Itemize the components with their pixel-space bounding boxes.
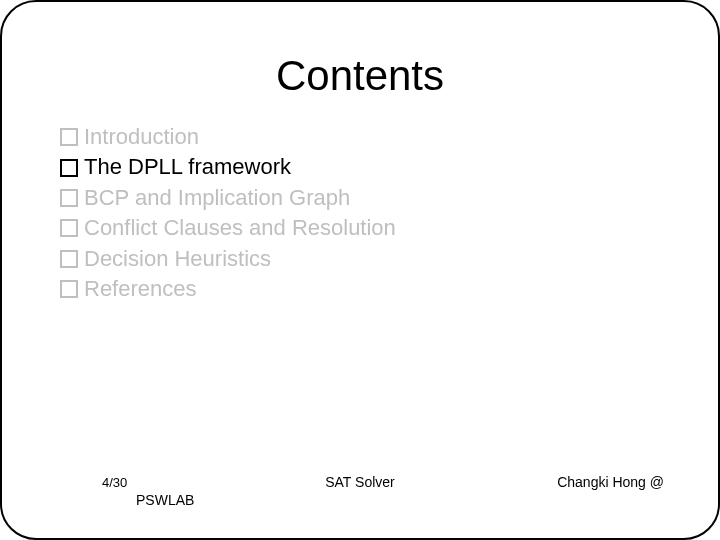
footer-author: Changki Hong @ [557, 474, 664, 490]
bullet-icon [60, 128, 78, 146]
contents-item: Introduction [60, 124, 668, 150]
contents-item: Conflict Clauses and Resolution [60, 215, 668, 241]
bullet-icon [60, 159, 78, 177]
bullet-icon [60, 250, 78, 268]
contents-list: IntroductionThe DPLL frameworkBCP and Im… [60, 124, 668, 302]
contents-item-label: The DPLL framework [84, 154, 291, 180]
contents-item-label: Conflict Clauses and Resolution [84, 215, 396, 241]
slide-title: Contents [52, 52, 668, 100]
bullet-icon [60, 280, 78, 298]
contents-item-label: BCP and Implication Graph [84, 185, 350, 211]
contents-item: BCP and Implication Graph [60, 185, 668, 211]
bullet-icon [60, 219, 78, 237]
footer-lab: PSWLAB [136, 492, 194, 508]
slide: Contents IntroductionThe DPLL frameworkB… [0, 0, 720, 540]
contents-item: The DPLL framework [60, 154, 668, 180]
bullet-icon [60, 189, 78, 207]
contents-item-label: Introduction [84, 124, 199, 150]
contents-item-label: Decision Heuristics [84, 246, 271, 272]
contents-item: References [60, 276, 668, 302]
contents-item: Decision Heuristics [60, 246, 668, 272]
contents-item-label: References [84, 276, 197, 302]
